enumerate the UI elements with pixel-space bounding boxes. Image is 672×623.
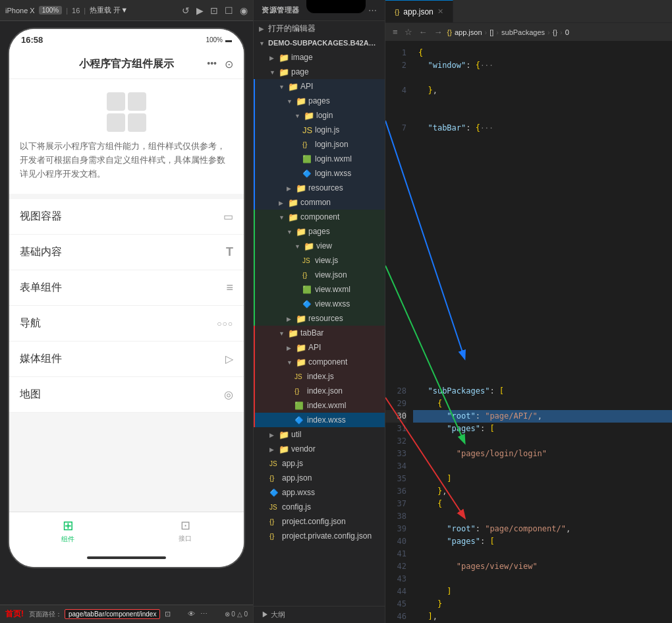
resources-comp-arrow (287, 315, 296, 322)
tree-item-login-wxml[interactable]: 🟩 login.wxml (254, 152, 385, 166)
tab-app-json[interactable]: {} app.json ✕ (385, 0, 453, 22)
tree-item-view[interactable]: 📁 view (254, 239, 385, 253)
folder-icon: 📁 (304, 241, 314, 251)
tree-item-vendor[interactable]: 📁 vendor (254, 442, 385, 456)
copy-icon[interactable]: ⊡ (165, 610, 171, 618)
device-id: 16 (72, 7, 80, 15)
login-arrow (294, 112, 304, 119)
explorer-footer[interactable]: ▶ 大纲 (254, 606, 385, 623)
topbar-left: iPhone X 100% | 16 | 热重载 开▼ (5, 5, 128, 15)
tree-item-page[interactable]: 📁 page (254, 65, 385, 79)
tree-item-login[interactable]: 📁 login (254, 108, 385, 123)
bookmark-icon[interactable]: ☆ (403, 26, 414, 38)
tree-item-view-json[interactable]: {} view.json (254, 268, 385, 282)
breadcrumb-array[interactable]: [] (490, 28, 493, 36)
tree-item-util[interactable]: 📁 util (254, 427, 385, 442)
menu-item-navigation[interactable]: 导航 ○○○ (9, 306, 244, 341)
folder-icon: 📁 (296, 343, 306, 353)
tree-item-pages-api[interactable]: 📁 pages (254, 94, 385, 108)
tree-item-index-wxss[interactable]: 🔷 index.wxss (254, 413, 385, 427)
eye-icon[interactable]: 👁 (188, 610, 195, 618)
tree-item-config-js[interactable]: JS config.js (254, 500, 385, 514)
hero-description: 以下将展示小程序官方组件能力，组件样式仅供参考，开发者可根据自身需求自定义组件样… (20, 140, 233, 181)
json-icon: {} (294, 387, 305, 395)
tree-item-project-private[interactable]: {} project.private.config.json (254, 529, 385, 543)
tree-item-api-tab[interactable]: 📁 API (254, 340, 385, 355)
header-actions[interactable]: ••• ⊙ (207, 58, 233, 71)
tree-item-tabbar[interactable]: 📁 tabBar (254, 326, 385, 340)
forward-icon[interactable]: → (432, 26, 445, 38)
image-arrow (269, 54, 279, 61)
tree-item-resources-comp[interactable]: 📁 resources (254, 311, 385, 326)
tree-item-app-js[interactable]: JS app.js (254, 456, 385, 471)
tree-item-view-js[interactable]: JS view.js (254, 253, 385, 268)
wxml-icon: 🟩 (302, 285, 313, 294)
scan-icon[interactable]: ⊙ (225, 58, 233, 71)
tree-item-index-wxml[interactable]: 🟩 index.wxml (254, 398, 385, 413)
code-line-6 (413, 109, 672, 122)
layout-icon[interactable]: ☐ (225, 5, 233, 16)
tree-item-project-config[interactable]: {} project.config.json (254, 514, 385, 529)
tree-item-pages-comp[interactable]: 📁 pages (254, 224, 385, 239)
breadcrumb-subpackages[interactable]: subPackages (501, 28, 545, 36)
json-icon: {} (269, 518, 280, 525)
component-tab-label: component (308, 357, 379, 367)
hotreload-btn[interactable]: 热重载 开▼ (90, 5, 128, 15)
menu-item-media[interactable]: 媒体组件 ▷ (9, 341, 244, 377)
code-line-36: }, (413, 485, 672, 498)
back-icon[interactable]: ← (417, 26, 430, 38)
explorer-more-icon[interactable]: ⋯ (368, 5, 377, 15)
tree-item-component[interactable]: 📁 component (254, 210, 385, 224)
json-icon: {} (302, 271, 313, 279)
component-arrow (279, 214, 288, 221)
compile-icon[interactable]: ▶ (196, 5, 204, 16)
util-label: util (291, 430, 379, 439)
code-line-filler12 (413, 297, 672, 310)
common-arrow (279, 199, 288, 206)
more-icon[interactable]: ••• (207, 58, 217, 71)
breadcrumb-object[interactable]: {} (553, 28, 557, 36)
folder-icon: 📁 (288, 212, 298, 222)
tree-item-common[interactable]: 📁 common (254, 195, 385, 210)
record-icon[interactable]: ◉ (240, 5, 248, 16)
zoom-badge: 100% (39, 6, 63, 15)
explorer-actions[interactable]: ⋯ (368, 5, 377, 15)
index-js-label: index.js (307, 372, 379, 381)
tree-item-resources-api[interactable]: 📁 resources (254, 181, 385, 195)
tree-item-index-js[interactable]: JS index.js (254, 369, 385, 384)
tree-item-login-js[interactable]: JS login.js (254, 123, 385, 137)
breadcrumb-index[interactable]: 0 (565, 28, 569, 36)
tree-item-login-json[interactable]: {} login.json (254, 137, 385, 152)
refresh-icon[interactable]: ↺ (182, 5, 190, 16)
menu-item-form[interactable]: 表单组件 ≡ (9, 270, 244, 306)
tree-item-view-wxml[interactable]: 🟩 view.wxml (254, 282, 385, 297)
tree-item-component-tab[interactable]: 📁 component (254, 355, 385, 369)
tab-api[interactable]: ⊡ 接口 (126, 518, 244, 543)
breadcrumb-filename[interactable]: app.json (455, 28, 482, 36)
tree-item-app-wxss[interactable]: 🔷 app.wxss (254, 485, 385, 500)
preview-icon[interactable]: ⊡ (210, 5, 218, 16)
code-line-37: { (413, 498, 672, 510)
menu-label: 视图容器 (20, 210, 62, 223)
menu-item-view-container[interactable]: 视图容器 ▭ (9, 199, 244, 235)
wxss-icon: 🔷 (302, 300, 313, 309)
sidebar-toggle-icon[interactable]: ≡ (391, 26, 400, 38)
menu-item-map[interactable]: 地图 ◎ (9, 377, 244, 413)
menu-item-basic-content[interactable]: 基础内容 T (9, 235, 244, 270)
tree-item-api[interactable]: 📁 API (254, 79, 385, 94)
folder-icon: 📁 (279, 430, 289, 440)
tab-close-icon[interactable]: ✕ (437, 7, 443, 16)
tree-item-login-wxss[interactable]: 🔷 login.wxss (254, 166, 385, 181)
component-tab-arrow (287, 359, 296, 366)
tab-components[interactable]: ⊞ 组件 (9, 518, 126, 544)
tree-item-app-json[interactable]: {} app.json (254, 471, 385, 485)
tabbar-arrow (279, 330, 288, 337)
open-editors-label[interactable]: ▶ 打开的编辑器 (254, 21, 385, 36)
root-folder[interactable]: DEMO-SUBPACKAGES.B42A3ADB (254, 36, 385, 50)
tree-item-index-json[interactable]: {} index.json (254, 384, 385, 398)
tree-item-view-wxss[interactable]: 🔷 view.wxss (254, 297, 385, 311)
tree-item-image[interactable]: 📁 image (254, 50, 385, 65)
code-line-1: { (413, 47, 672, 59)
more-icon[interactable]: ⋯ (200, 610, 208, 618)
menu-text-icon: T (226, 245, 233, 259)
